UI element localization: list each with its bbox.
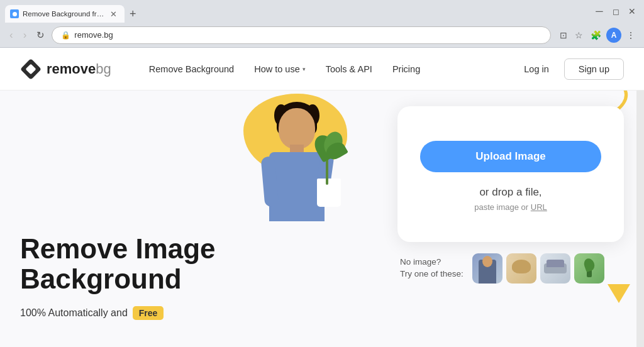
hero-right: Upload Image or drop a file, paste image… xyxy=(397,91,624,347)
address-bar[interactable]: 🔒 remove.bg xyxy=(52,26,551,44)
sample-thumb-person[interactable] xyxy=(472,253,502,284)
maximize-button[interactable]: ◻ xyxy=(609,4,623,18)
back-button[interactable]: ‹ xyxy=(6,26,16,44)
nav-item-pricing[interactable]: Pricing xyxy=(382,59,430,79)
menu-icon[interactable]: ⋮ xyxy=(624,28,638,43)
lock-icon: 🔒 xyxy=(61,31,70,40)
address-bar-row: ‹ › ↻ 🔒 remove.bg ⊡ ☆ 🧩 A ⋮ xyxy=(0,23,644,48)
sample-thumbs xyxy=(472,253,604,284)
deco-triangle xyxy=(608,284,630,303)
page-content: removebg Remove Background How to use▾ T… xyxy=(0,48,644,347)
upload-card: Upload Image or drop a file, paste image… xyxy=(397,106,624,242)
window-controls: ─ ◻ ✕ xyxy=(587,0,639,23)
hero-section: Remove Image Background 100% Automatical… xyxy=(0,91,644,347)
nav-item-tools-api[interactable]: Tools & API xyxy=(316,59,382,79)
drop-subtext: paste image or URL xyxy=(420,202,601,212)
url-text: remove.bg xyxy=(74,30,113,40)
hero-left: Remove Image Background 100% Automatical… xyxy=(20,91,397,347)
how-to-use-chevron: ▾ xyxy=(303,66,316,72)
close-button[interactable]: ✕ xyxy=(625,4,639,18)
tab-favicon xyxy=(10,9,19,18)
sample-images-row: No image? Try one of these: xyxy=(397,253,624,284)
profile-avatar[interactable]: A xyxy=(606,28,621,43)
tab-close-icon[interactable]: ✕ xyxy=(109,8,118,20)
sample-label-line2: Try one of these: xyxy=(400,268,464,280)
minimize-button[interactable]: ─ xyxy=(592,4,606,18)
free-badge: Free xyxy=(133,306,164,320)
nav-item-remove-background[interactable]: Remove Background xyxy=(139,59,244,79)
new-tab-button[interactable]: + xyxy=(125,5,142,23)
url-link[interactable]: URL xyxy=(531,202,547,212)
sample-thumb-plant[interactable] xyxy=(574,253,604,284)
bookmark-icon[interactable]: ☆ xyxy=(572,28,586,43)
hero-headline: Remove Image Background xyxy=(20,234,259,294)
navbar: removebg Remove Background How to use▾ T… xyxy=(0,48,644,91)
hero-subtext: 100% Automatically and Free xyxy=(20,306,397,320)
tab-title: Remove Background from Ima... xyxy=(23,10,104,18)
cast-icon[interactable]: ⊡ xyxy=(557,28,570,43)
drop-text: or drop a file, xyxy=(420,186,601,199)
active-tab[interactable]: Remove Background from Ima... ✕ xyxy=(5,5,125,23)
forward-button[interactable]: › xyxy=(20,26,30,44)
headline-line1: Remove Image xyxy=(20,234,259,264)
nav-item-how-to-use[interactable]: How to use xyxy=(244,59,303,79)
subtext-label: 100% Automatically and xyxy=(20,307,128,319)
sample-label-line1: No image? xyxy=(400,256,464,268)
browser-right-icons: ⊡ ☆ 🧩 A ⋮ xyxy=(557,28,638,43)
browser-chrome: Remove Background from Ima... ✕ + ─ ◻ ✕ xyxy=(0,0,644,23)
drop-subtext-prefix: paste image or xyxy=(474,202,531,212)
hero-person-figure xyxy=(234,91,360,273)
sample-label: No image? Try one of these: xyxy=(400,256,464,280)
logo[interactable]: removebg xyxy=(20,58,111,80)
extensions-icon[interactable]: 🧩 xyxy=(588,28,604,43)
scrollbar-track[interactable] xyxy=(636,48,644,347)
signup-button[interactable]: Sign up xyxy=(564,58,624,80)
upload-image-button[interactable]: Upload Image xyxy=(420,141,601,172)
nav-links: Remove Background How to use▾ Tools & AP… xyxy=(139,59,430,79)
sample-thumb-dog[interactable] xyxy=(506,253,536,284)
tab-bar: Remove Background from Ima... ✕ + xyxy=(5,0,587,23)
login-button[interactable]: Log in xyxy=(515,59,558,79)
logo-icon xyxy=(20,58,42,80)
auth-buttons: Log in Sign up xyxy=(515,58,624,80)
headline-line2: Background xyxy=(20,264,259,294)
sample-thumb-car[interactable] xyxy=(540,253,570,284)
logo-text: removebg xyxy=(47,61,111,77)
reload-button[interactable]: ↻ xyxy=(33,27,48,43)
